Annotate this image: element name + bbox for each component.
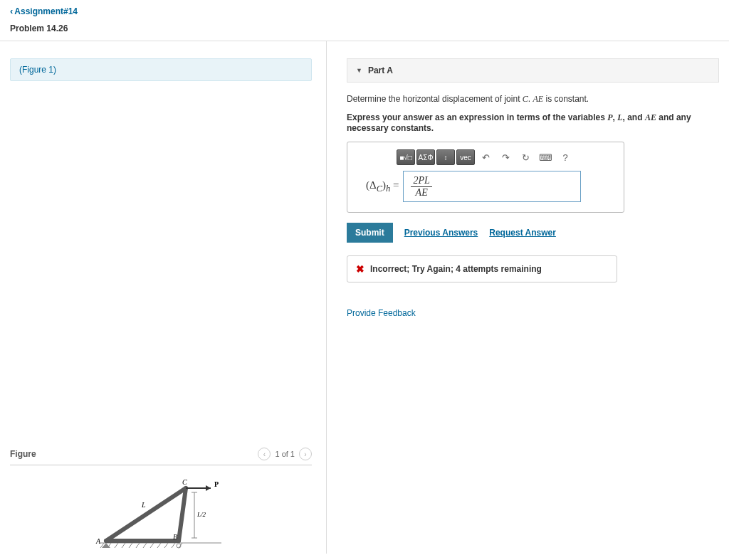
svg-line-5 — [129, 543, 132, 548]
figure-pager-text: 1 of 1 — [275, 450, 295, 458]
svg-text:L: L — [141, 501, 146, 509]
svg-text:L/2: L/2 — [196, 511, 206, 518]
var-AE2: AE — [645, 112, 656, 122]
figure-link-text: (Figure 1) — [19, 65, 56, 75]
svg-line-9 — [157, 543, 161, 548]
svg-line-7 — [143, 543, 147, 548]
request-answer-link[interactable]: Request Answer — [489, 228, 556, 238]
part-header[interactable]: ▼ Part A — [347, 58, 719, 83]
instruction-text: Express your answer as an expression in … — [347, 112, 719, 133]
problem-title: Problem 14.26 — [10, 23, 719, 33]
submit-button[interactable]: Submit — [347, 223, 393, 243]
tb-reset-icon[interactable]: ↻ — [516, 149, 535, 165]
answer-area: ■√□ ΑΣΦ ↕ vec ↶ ↷ ↻ ⌨ ? (ΔC)h = 2PL AE — [347, 142, 624, 213]
previous-answers-link[interactable]: Previous Answers — [404, 228, 478, 238]
svg-line-6 — [136, 543, 140, 548]
left-column: (Figure 1) Figure ‹ 1 of 1 › — [10, 41, 327, 554]
svg-text:B: B — [173, 533, 177, 541]
instr-pre: Express your answer as an expression in … — [347, 112, 607, 122]
figure-header: Figure ‹ 1 of 1 › — [10, 443, 312, 465]
figure-link[interactable]: (Figure 1) — [10, 58, 312, 81]
feedback-box: ✖ Incorrect; Try Again; 4 attempts remai… — [347, 255, 617, 282]
tb-vec-icon[interactable]: vec — [456, 149, 475, 165]
tb-scripts-icon[interactable]: ↕ — [436, 149, 455, 165]
svg-line-3 — [115, 543, 118, 548]
svg-text:P: P — [214, 480, 219, 488]
answer-row: (ΔC)h = 2PL AE — [366, 171, 615, 202]
svg-line-11 — [172, 543, 175, 548]
tb-redo-icon[interactable]: ↷ — [496, 149, 515, 165]
svg-line-17 — [179, 488, 186, 541]
svg-text:A: A — [95, 537, 101, 545]
var-AE: AE — [533, 94, 543, 104]
provide-feedback-link[interactable]: Provide Feedback — [347, 308, 719, 318]
figure-label: Figure — [10, 449, 36, 459]
part-label: Part A — [368, 65, 393, 75]
caret-down-icon: ▼ — [356, 67, 362, 74]
submit-row: Submit Previous Answers Request Answer — [347, 223, 719, 243]
lhs-label: (ΔC)h = — [366, 179, 403, 194]
var-P: P — [607, 112, 612, 122]
svg-line-10 — [164, 543, 168, 548]
answer-input[interactable]: 2PL AE — [403, 171, 581, 202]
var-L: L — [617, 112, 622, 122]
answer-numerator: 2PL — [411, 175, 431, 186]
right-column: ▼ Part A Determine the horizontal displa… — [327, 41, 719, 554]
figure-section: Figure ‹ 1 of 1 › — [10, 443, 312, 554]
answer-denominator: AE — [411, 187, 431, 198]
tb-greek-icon[interactable]: ΑΣΦ — [416, 149, 435, 165]
question-text: Determine the horizontal displacement of… — [347, 93, 719, 105]
page-header: ‹ Assignment#14 Problem 14.26 — [0, 0, 729, 41]
truss-diagram-icon: C P L L/2 A B — [86, 475, 236, 554]
svg-line-4 — [122, 543, 125, 548]
figure-pager: ‹ 1 of 1 › — [258, 448, 312, 460]
incorrect-icon: ✖ — [356, 263, 364, 275]
figure-prev-button[interactable]: ‹ — [258, 448, 271, 460]
question-pre: Determine the horizontal displacement of… — [347, 94, 523, 104]
answer-fraction: 2PL AE — [411, 175, 431, 198]
var-C: C — [523, 94, 528, 104]
figure-next-button[interactable]: › — [299, 448, 312, 460]
tb-keyboard-icon[interactable]: ⌨ — [536, 149, 555, 165]
figure-diagram: C P L L/2 A B — [10, 465, 312, 554]
tb-template-icon[interactable]: ■√□ — [397, 149, 415, 165]
question-post: is constant. — [543, 94, 589, 104]
chevron-left-icon: ‹ — [10, 6, 13, 16]
assignment-back-link[interactable]: ‹ Assignment#14 — [10, 6, 78, 16]
svg-marker-19 — [206, 485, 211, 491]
tb-help-icon[interactable]: ? — [556, 149, 575, 165]
svg-text:C: C — [182, 478, 187, 486]
svg-line-8 — [150, 543, 154, 548]
equation-toolbar: ■√□ ΑΣΦ ↕ vec ↶ ↷ ↻ ⌨ ? — [356, 149, 615, 165]
feedback-text: Incorrect; Try Again; 4 attempts remaini… — [370, 264, 542, 274]
tb-undo-icon[interactable]: ↶ — [476, 149, 495, 165]
assignment-link-text: Assignment#14 — [14, 6, 78, 16]
